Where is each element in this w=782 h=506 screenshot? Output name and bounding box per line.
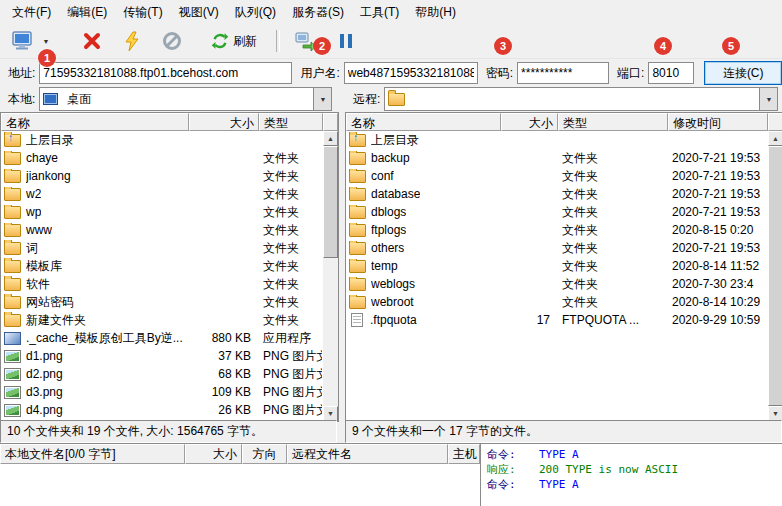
local-column-header-stub (323, 113, 338, 131)
scroll-down-icon[interactable]: ▼ (323, 406, 338, 421)
refresh-button[interactable]: 刷新 (210, 25, 258, 57)
file-name-cell: 上层目录 (346, 132, 501, 149)
menu-item[interactable]: 传输(T) (115, 0, 170, 25)
file-type-cell: 文件夹 (558, 240, 668, 257)
file-size-cell: 17 (501, 313, 558, 327)
quick-connect-icon (123, 31, 141, 52)
scroll-up-icon[interactable]: ▲ (768, 131, 782, 146)
file-row[interactable]: 上层目录 (346, 131, 767, 149)
file-row[interactable]: conf文件夹2020-7-21 19:53 (346, 167, 767, 185)
remote-column-header-type[interactable]: 类型 (558, 113, 668, 131)
file-row[interactable]: others文件夹2020-7-21 19:53 (346, 239, 767, 257)
remote-column-header-name[interactable]: 名称 (346, 113, 501, 131)
remote-column-header-mtime[interactable]: 修改时间 (668, 113, 768, 131)
file-name-cell: d1.png (1, 349, 189, 363)
file-type-cell: 文件夹 (259, 312, 322, 329)
file-row[interactable]: d2.png68 KBPNG 图片文件 (1, 365, 322, 383)
chevron-down-icon[interactable]: ▼ (313, 88, 331, 110)
menu-item[interactable]: 编辑(E) (59, 0, 115, 25)
log-label: 命令: (487, 447, 539, 462)
file-type-cell: 文件夹 (558, 294, 668, 311)
queue-column-local-filename[interactable]: 本地文件名[0/0 字节] (0, 444, 185, 464)
png-icon (4, 350, 21, 363)
file-name-cell: d2.png (1, 367, 189, 381)
quick-connect-button[interactable] (116, 25, 148, 57)
queue-column-direction[interactable]: 方向 (242, 444, 287, 464)
file-name-cell: temp (346, 259, 501, 273)
scroll-down-icon[interactable]: ▼ (768, 406, 782, 421)
file-name-cell: database (346, 187, 501, 201)
log-panel: 命令:TYPE A响应:200 TYPE is now ASCII命令:TYPE… (480, 443, 782, 506)
queue-column-remote-filename[interactable]: 远程文件名 (287, 444, 448, 464)
remote-column-header-size[interactable]: 大小 (501, 113, 558, 131)
local-column-header-name[interactable]: 名称 (1, 113, 189, 131)
local-scrollbar[interactable]: ▲ ▼ (323, 131, 338, 421)
file-type-cell: 文件夹 (558, 168, 668, 185)
file-row[interactable]: 词文件夹 (1, 239, 322, 257)
file-row[interactable]: www文件夹 (1, 221, 322, 239)
abort-button[interactable] (156, 25, 188, 57)
file-row[interactable]: d4.png26 KBPNG 图片文件 (1, 401, 322, 419)
disconnect-button[interactable] (76, 25, 108, 57)
queue-column-host[interactable]: 主机 (448, 444, 480, 464)
local-path-combo[interactable]: 桌面 ▼ (39, 87, 332, 111)
log-text: TYPE A (539, 448, 579, 461)
file-row[interactable]: 模板库文件夹 (1, 257, 322, 275)
chevron-down-icon: ▼ (43, 38, 50, 45)
file-row[interactable]: 软件文件夹 (1, 275, 322, 293)
file-row[interactable]: 网站密码文件夹 (1, 293, 322, 311)
menu-item[interactable]: 文件(F) (4, 0, 59, 25)
chevron-down-icon[interactable]: ▼ (759, 88, 777, 110)
local-label: 本地: (8, 91, 35, 108)
folder-icon (349, 206, 366, 219)
file-row[interactable]: .ftpquota17FTPQUOTA ...2020-9-29 10:59 (346, 311, 767, 329)
remote-column-header-stub (768, 113, 782, 131)
file-row[interactable]: d3.png109 KBPNG 图片文件 (1, 383, 322, 401)
file-row[interactable]: weblogs文件夹2020-7-30 23:4 (346, 275, 767, 293)
menu-item[interactable]: 视图(V) (171, 0, 227, 25)
file-row[interactable]: d1.png37 KBPNG 图片文件 (1, 347, 322, 365)
folder-icon (349, 224, 366, 237)
connect-site-button[interactable] (6, 25, 38, 57)
file-row[interactable]: jiankong文件夹 (1, 167, 322, 185)
scrollbar-thumb[interactable] (768, 146, 782, 406)
remote-path-combo[interactable]: ▼ (384, 87, 778, 111)
local-status-text: 10 个文件夹和 19 个文件, 大小: 1564765 字节。 (7, 423, 263, 440)
file-row[interactable]: chaye文件夹 (1, 149, 322, 167)
local-column-header-type[interactable]: 类型 (259, 113, 323, 131)
connect-button[interactable]: 连接(C) (704, 61, 782, 85)
password-input[interactable] (517, 62, 609, 84)
file-row[interactable]: temp文件夹2020-8-14 11:52 (346, 257, 767, 275)
file-row[interactable]: ._cache_模板原创工具By逆...880 KB应用程序 (1, 329, 322, 347)
address-input[interactable] (39, 62, 292, 84)
scroll-up-icon[interactable]: ▲ (323, 131, 338, 146)
file-name-cell: 模板库 (1, 258, 189, 275)
file-row[interactable]: database文件夹2020-7-21 19:53 (346, 185, 767, 203)
menu-bar: 文件(F)编辑(E)传输(T)视图(V)队列(Q)服务器(S)工具(T)帮助(H… (0, 0, 782, 24)
port-input[interactable] (648, 62, 694, 84)
queue-column-size[interactable]: 大小 (185, 444, 242, 464)
file-row[interactable]: 上层目录 (1, 131, 322, 149)
file-row[interactable]: ftplogs文件夹2020-8-15 0:20 (346, 221, 767, 239)
file-row[interactable]: w2文件夹 (1, 185, 322, 203)
file-row[interactable]: backup文件夹2020-7-21 19:53 (346, 149, 767, 167)
file-type-cell: PNG 图片文件 (259, 348, 322, 365)
local-column-header-size[interactable]: 大小 (189, 113, 259, 131)
file-row[interactable]: wp文件夹 (1, 203, 322, 221)
pause-button[interactable] (330, 25, 362, 57)
menu-item[interactable]: 工具(T) (352, 0, 407, 25)
file-row[interactable]: 新建文件夹文件夹 (1, 311, 322, 329)
folder-up-icon (4, 134, 21, 147)
menu-item[interactable]: 帮助(H) (407, 0, 464, 25)
folder-icon (4, 278, 21, 291)
menu-item[interactable]: 队列(Q) (227, 0, 284, 25)
file-mtime-cell: 2020-7-30 23:4 (668, 277, 767, 291)
file-row[interactable]: webroot文件夹2020-8-14 10:29 (346, 293, 767, 311)
folder-icon (4, 296, 21, 309)
folder-icon (4, 224, 21, 237)
scrollbar-thumb[interactable] (323, 146, 338, 258)
username-input[interactable] (344, 62, 478, 84)
remote-scrollbar[interactable]: ▲ ▼ (768, 131, 782, 421)
file-row[interactable]: dblogs文件夹2020-7-21 19:53 (346, 203, 767, 221)
menu-item[interactable]: 服务器(S) (284, 0, 352, 25)
